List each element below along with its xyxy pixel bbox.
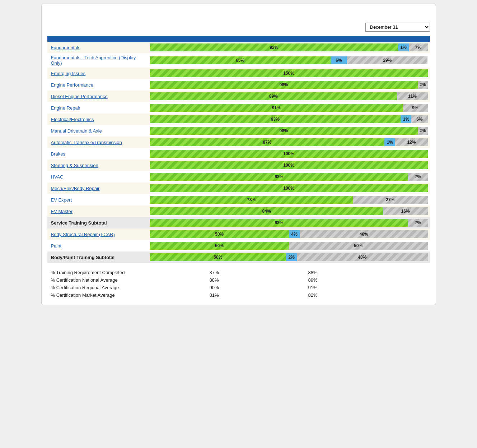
area-link[interactable]: Brakes — [51, 151, 65, 157]
stats-label: % Certification National Average — [51, 277, 151, 283]
table-row: Manual Drivetrain & Axle98%2% — [47, 125, 430, 137]
stats-label: % Certification Regional Average — [51, 285, 151, 290]
bar-container: 98%2% — [150, 127, 428, 135]
table-row: Engine Performance98%2% — [47, 79, 430, 91]
table-row: Paint50%50% — [47, 240, 430, 251]
table-row: EV Master84%16% — [47, 205, 430, 217]
area-cell: EV Expert — [47, 194, 148, 205]
table-row: Automatic Transaxle/Transmission87%1%12% — [47, 137, 430, 148]
bar-green-segment: 93% — [150, 173, 408, 181]
area-cell: Steering & Suspension — [47, 160, 148, 171]
area-cell: Brakes — [47, 148, 148, 160]
area-cell: Electrical/Electronics — [47, 114, 148, 125]
area-cell: Body/Paint Training Subtotal — [47, 251, 148, 263]
bar-gray-segment: 16% — [383, 207, 428, 215]
stats-row: % Certification Regional Average90%91% — [47, 284, 430, 291]
bar-gray-segment: 27% — [353, 196, 428, 204]
bar-cell: 93%7% — [148, 171, 430, 183]
stats-row: % Certification Market Average81%82% — [47, 291, 430, 299]
bar-green-segment: 50% — [150, 253, 286, 261]
area-text: Body/Paint Training Subtotal — [51, 255, 115, 260]
area-link[interactable]: Diesel Engine Performance — [51, 94, 108, 99]
area-link[interactable]: Mech/Elec/Body Repair — [51, 186, 100, 191]
bar-blue-segment: 1% — [401, 115, 411, 123]
area-link[interactable]: EV Master — [51, 209, 73, 214]
table-row: Body/Paint Training Subtotal50%2%48% — [47, 251, 430, 263]
area-link[interactable]: Steering & Suspension — [51, 163, 98, 168]
area-link[interactable]: HVAC — [51, 174, 64, 180]
bar-cell: 100% — [148, 148, 430, 160]
bar-green-segment: 73% — [150, 196, 353, 204]
table-row: Mech/Elec/Body Repair100% — [47, 183, 430, 194]
col-percent-header — [148, 36, 430, 42]
bar-container: 92%1%7% — [150, 43, 428, 51]
table-row: HVAC93%7% — [47, 171, 430, 183]
area-link[interactable]: EV Expert — [51, 197, 72, 203]
bar-cell: 50%4%46% — [148, 228, 430, 240]
stats-label: % Training Requirement Completed — [51, 270, 151, 275]
bar-cell: 98%2% — [148, 125, 430, 137]
area-link[interactable]: Engine Performance — [51, 82, 94, 88]
stats-val2: 82% — [277, 292, 349, 298]
bar-cell: 100% — [148, 160, 430, 171]
sts-section: December 31 January 31 February 28 March… — [365, 10, 430, 32]
bar-gray-segment: 9% — [403, 104, 428, 112]
bar-green-segment: 100% — [150, 161, 428, 169]
area-cell: Body Structural Repair (I-CAR) — [47, 228, 148, 240]
data-table-wrapper: Fundamentals92%1%7%Fundamentals - Tech A… — [47, 36, 430, 263]
stats-val1: 87% — [151, 270, 277, 275]
sts-select[interactable]: December 31 January 31 February 28 March… — [365, 23, 430, 32]
bar-blue-segment: 1% — [398, 43, 409, 51]
bar-container: 91%9% — [150, 104, 428, 112]
stats-val1: 90% — [151, 285, 277, 290]
area-cell: Emerging Issues — [47, 68, 148, 79]
stats-val1: 88% — [151, 277, 277, 283]
area-link[interactable]: Electrical/Electronics — [51, 117, 94, 122]
area-cell: Fundamentals — [47, 42, 148, 53]
stats-val1: 81% — [151, 292, 277, 298]
bar-green-segment: 100% — [150, 184, 428, 192]
area-link[interactable]: Paint — [51, 243, 62, 249]
bar-container: 93%1%6% — [150, 115, 428, 123]
table-row: Steering & Suspension100% — [47, 160, 430, 171]
bar-green-segment: 50% — [150, 230, 289, 238]
bar-blue-segment: 1% — [384, 138, 395, 146]
area-link[interactable]: Automatic Transaxle/Transmission — [51, 140, 122, 145]
table-row: Fundamentals - Tech Apprentice (Display … — [47, 53, 430, 68]
bar-blue-segment: 6% — [331, 56, 347, 64]
table-row: Fundamentals92%1%7% — [47, 42, 430, 53]
bar-container: 50%4%46% — [150, 230, 428, 238]
area-link[interactable]: Engine Repair — [51, 105, 80, 111]
area-link[interactable]: Emerging Issues — [51, 71, 86, 76]
bar-container: 50%2%48% — [150, 253, 428, 261]
bar-cell: 98%2% — [148, 79, 430, 91]
main-container: December 31 January 31 February 28 March… — [41, 4, 436, 305]
bar-green-segment: 84% — [150, 207, 383, 215]
bar-blue-segment: 4% — [289, 230, 300, 238]
bar-cell: 89%11% — [148, 91, 430, 102]
area-link[interactable]: Fundamentals - Tech Apprentice (Display … — [51, 55, 136, 66]
table-row: Engine Repair91%9% — [47, 102, 430, 114]
area-cell: Diesel Engine Performance — [47, 91, 148, 102]
bar-gray-segment: 12% — [395, 138, 427, 146]
area-link[interactable]: Body Structural Repair (I-CAR) — [51, 232, 115, 237]
bar-container: 98%2% — [150, 81, 428, 89]
stats-row: % Training Requirement Completed87%88% — [47, 269, 430, 276]
bar-green-segment: 100% — [150, 150, 428, 158]
area-cell: HVAC — [47, 171, 148, 183]
area-cell: Paint — [47, 240, 148, 251]
area-link[interactable]: Fundamentals — [51, 45, 80, 50]
area-cell: Automatic Transaxle/Transmission — [47, 137, 148, 148]
bar-cell: 91%9% — [148, 102, 430, 114]
bar-gray-segment: 50% — [289, 242, 428, 250]
bar-cell: 84%16% — [148, 205, 430, 217]
bar-green-segment: 98% — [150, 81, 418, 89]
bar-green-segment: 65% — [150, 56, 331, 64]
bar-gray-segment: 6% — [411, 115, 427, 123]
area-cell: Service Training Subtotal — [47, 217, 148, 228]
table-row: Electrical/Electronics93%1%6% — [47, 114, 430, 125]
area-text: Service Training Subtotal — [51, 220, 107, 226]
bar-gray-segment: 2% — [418, 127, 428, 135]
area-link[interactable]: Manual Drivetrain & Axle — [51, 128, 102, 134]
bar-cell: 73%27% — [148, 194, 430, 205]
